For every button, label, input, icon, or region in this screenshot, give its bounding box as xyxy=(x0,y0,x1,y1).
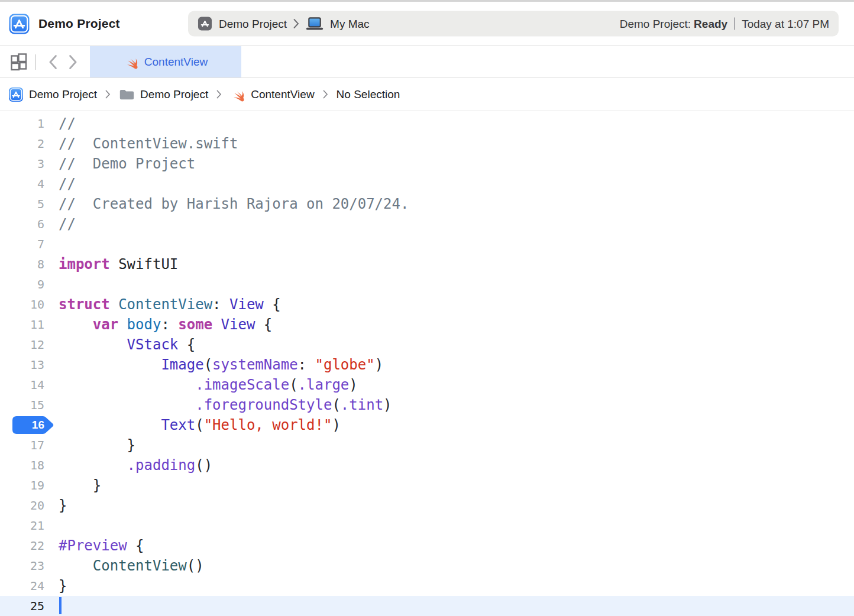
code-text[interactable]: } xyxy=(44,495,854,516)
code-text[interactable] xyxy=(44,516,854,536)
status-divider xyxy=(734,18,735,30)
code-text[interactable]: } xyxy=(44,576,854,596)
code-text[interactable]: // ContentView.swift xyxy=(44,134,854,154)
line-number[interactable]: 10 xyxy=(0,294,44,315)
line-number[interactable]: 5 xyxy=(0,194,44,214)
code-text[interactable] xyxy=(44,234,854,254)
code-line[interactable]: 9 xyxy=(0,274,854,294)
code-line[interactable]: 24} xyxy=(0,576,854,596)
jump-bar: Demo Project Demo Project ContentView No… xyxy=(0,78,854,111)
code-text[interactable]: ContentView() xyxy=(44,556,854,576)
code-text[interactable]: import SwiftUI xyxy=(44,254,854,274)
breadcrumb-group[interactable]: Demo Project xyxy=(119,88,208,101)
code-text[interactable] xyxy=(44,274,854,294)
line-number[interactable]: 17 xyxy=(0,435,44,455)
code-line[interactable]: 23 ContentView() xyxy=(0,556,854,576)
code-text[interactable]: // xyxy=(44,174,854,194)
toolbar-divider xyxy=(35,54,36,70)
code-line[interactable]: 4// xyxy=(0,174,854,194)
code-text[interactable]: #Preview { xyxy=(44,536,854,556)
code-text[interactable]: struct ContentView: View { xyxy=(44,294,854,315)
code-line[interactable]: 5// Created by Harish Rajora on 20/07/24… xyxy=(0,194,854,214)
window-title: Demo Project xyxy=(38,17,120,31)
code-line[interactable]: 17 } xyxy=(0,435,854,455)
line-number[interactable]: 14 xyxy=(0,375,44,395)
code-line[interactable]: 1// xyxy=(0,114,854,134)
line-number[interactable]: 21 xyxy=(0,516,44,536)
line-number[interactable]: 19 xyxy=(0,475,44,495)
code-line[interactable]: 12 VStack { xyxy=(0,335,854,355)
code-line[interactable]: 20} xyxy=(0,495,854,516)
code-text[interactable]: // Demo Project xyxy=(44,154,854,174)
breadcrumb-selection[interactable]: No Selection xyxy=(337,88,400,101)
breakpoint-badge[interactable]: 16 xyxy=(12,416,54,435)
line-number[interactable]: 18 xyxy=(0,455,44,475)
code-line[interactable]: 2// ContentView.swift xyxy=(0,134,854,154)
tab-contentview[interactable]: ContentView xyxy=(90,46,241,77)
code-line[interactable]: 19 } xyxy=(0,475,854,495)
line-number[interactable]: 1 xyxy=(0,114,44,134)
line-number[interactable]: 20 xyxy=(0,495,44,516)
code-line[interactable]: 3// Demo Project xyxy=(0,154,854,174)
line-number[interactable]: 7 xyxy=(0,234,44,254)
line-number[interactable]: 13 xyxy=(0,355,44,375)
code-text[interactable]: Text("Hello, world!") xyxy=(44,415,854,435)
code-line[interactable]: 22#Preview { xyxy=(0,536,854,556)
code-text[interactable]: VStack { xyxy=(44,335,854,355)
line-number[interactable]: 6 xyxy=(0,214,44,234)
code-text[interactable]: .padding() xyxy=(44,455,854,475)
code-line[interactable]: 10struct ContentView: View { xyxy=(0,294,854,315)
breadcrumb-label: Demo Project xyxy=(29,88,97,101)
code-text[interactable]: .imageScale(.large) xyxy=(44,375,854,395)
code-text[interactable]: // xyxy=(44,114,854,134)
line-number[interactable]: 23 xyxy=(0,556,44,576)
my-mac-icon xyxy=(306,17,324,31)
line-number[interactable]: 22 xyxy=(0,536,44,556)
code-line[interactable]: 14 .imageScale(.large) xyxy=(0,375,854,395)
related-items-icon[interactable] xyxy=(9,53,28,72)
code-line[interactable]: 13 Image(systemName: "globe") xyxy=(0,355,854,375)
code-line[interactable]: 18 .padding() xyxy=(0,455,854,475)
line-number[interactable]: 4 xyxy=(0,174,44,194)
code-line[interactable]: 16 Text("Hello, world!") xyxy=(0,415,854,435)
code-text[interactable]: .foregroundStyle(.tint) xyxy=(44,395,854,415)
line-number[interactable]: 16 xyxy=(0,415,44,435)
code-text[interactable] xyxy=(44,596,854,616)
line-number[interactable]: 11 xyxy=(0,315,44,335)
line-number[interactable]: 8 xyxy=(0,254,44,274)
line-number[interactable]: 9 xyxy=(0,274,44,294)
scheme-project-label[interactable]: Demo Project xyxy=(219,17,287,30)
swift-file-icon xyxy=(230,87,245,102)
line-number[interactable]: 25 xyxy=(0,596,44,616)
line-number[interactable]: 15 xyxy=(0,395,44,415)
code-text[interactable]: } xyxy=(44,475,854,495)
activity-status: Demo Project: Ready Today at 1:07 PM xyxy=(620,17,829,30)
code-line[interactable]: 21 xyxy=(0,516,854,536)
line-number[interactable]: 12 xyxy=(0,335,44,355)
navigate-back-icon[interactable] xyxy=(44,53,61,72)
breadcrumb-label: Demo Project xyxy=(140,88,208,101)
line-number[interactable]: 2 xyxy=(0,134,44,154)
code-area[interactable]: 1//2// ContentView.swift3// Demo Project… xyxy=(0,111,854,616)
xcode-project-app-icon xyxy=(8,13,30,35)
code-line[interactable]: 11 var body: some View { xyxy=(0,315,854,335)
code-line[interactable]: 15 .foregroundStyle(.tint) xyxy=(0,395,854,415)
code-text[interactable]: // xyxy=(44,214,854,234)
code-text[interactable]: var body: some View { xyxy=(44,315,854,335)
scheme-selector[interactable]: Demo Project My Mac xyxy=(198,17,370,31)
code-line[interactable]: 8import SwiftUI xyxy=(0,254,854,274)
code-text[interactable]: } xyxy=(44,435,854,455)
code-line[interactable]: 7 xyxy=(0,234,854,254)
code-line[interactable]: 25 xyxy=(0,596,854,616)
breadcrumb-project[interactable]: Demo Project xyxy=(8,87,97,102)
breadcrumb-file[interactable]: ContentView xyxy=(230,87,314,102)
code-line[interactable]: 6// xyxy=(0,214,854,234)
code-text[interactable]: // Created by Harish Rajora on 20/07/24. xyxy=(44,194,854,214)
line-number[interactable]: 24 xyxy=(0,576,44,596)
navigate-forward-icon[interactable] xyxy=(64,53,81,72)
line-number[interactable]: 3 xyxy=(0,154,44,174)
status-project: Demo Project: xyxy=(620,17,691,30)
scheme-destination-label[interactable]: My Mac xyxy=(330,17,370,30)
status-state: Ready xyxy=(694,17,727,30)
code-text[interactable]: Image(systemName: "globe") xyxy=(44,355,854,375)
